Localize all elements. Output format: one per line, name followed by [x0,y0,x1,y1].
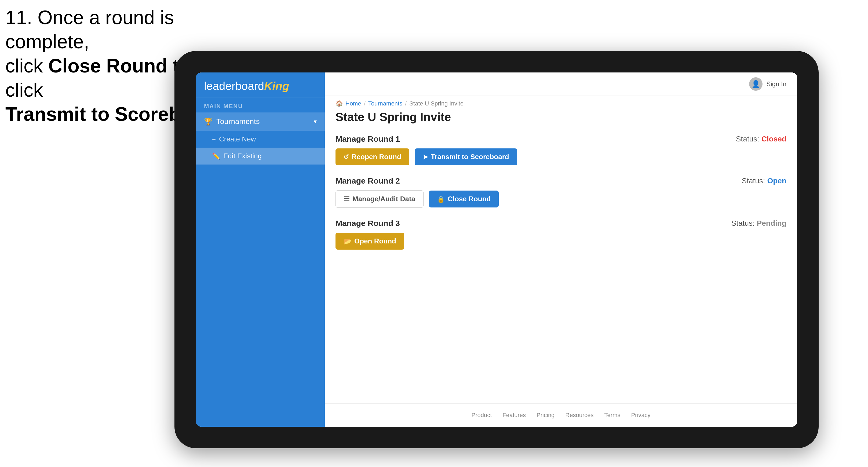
page-title: State U Spring Invite [325,107,797,129]
footer-resources[interactable]: Resources [565,412,593,419]
round3-header: Manage Round 3 Status: Pending [336,219,786,228]
round1-actions: ↺ Reopen Round ➤ Transmit to Scoreboard [336,148,786,165]
transmit-icon: ➤ [423,153,428,161]
breadcrumb-home-icon: 🏠 [336,100,343,107]
round3-section: Manage Round 3 Status: Pending 📂 Open Ro… [325,213,797,255]
footer-terms[interactable]: Terms [604,412,621,419]
main-menu-label: MAIN MENU [196,97,325,113]
logo-king: King [264,80,289,92]
round2-actions: ☰ Manage/Audit Data 🔒 Close Round [336,190,786,208]
footer-pricing[interactable]: Pricing [536,412,555,419]
round3-title: Manage Round 3 [336,219,400,228]
main-content: 👤 Sign In 🏠 Home / Tournaments / State U… [325,72,797,427]
reopen-round-label: Reopen Round [351,153,401,161]
create-new-label: Create New [219,135,256,143]
chevron-down-icon: ▾ [314,118,317,125]
logo: leaderboardKing [204,81,317,92]
avatar: 👤 [749,77,763,91]
sidebar-sub-create-new[interactable]: + Create New [196,131,325,148]
sidebar-item-tournaments[interactable]: 🏆 Tournaments ▾ [196,113,325,131]
round1-status: Status: Closed [736,135,786,143]
round2-header: Manage Round 2 Status: Open [336,176,786,185]
round2-status: Status: Open [742,177,786,185]
edit-existing-label: Edit Existing [223,152,262,160]
lock-icon: 🔒 [437,195,445,203]
round1-header: Manage Round 1 Status: Closed [336,134,786,144]
manage-audit-label: Manage/Audit Data [352,195,415,203]
open-round-label: Open Round [354,237,396,245]
breadcrumb-home[interactable]: Home [345,100,361,107]
round3-status-value: Pending [757,219,786,227]
trophy-icon: 🏆 [204,118,213,126]
reopen-icon: ↺ [344,153,349,161]
footer: Product Features Pricing Resources Terms… [325,403,797,427]
manage-audit-data-button[interactable]: ☰ Manage/Audit Data [336,190,424,208]
footer-features[interactable]: Features [502,412,526,419]
reopen-round-button[interactable]: ↺ Reopen Round [336,148,409,165]
close-round-label: Close Round [448,195,491,203]
sidebar: leaderboardKing MAIN MENU 🏆 Tournaments … [196,72,325,427]
edit-icon: ✏️ [212,152,220,160]
logo-leaderboard: leaderboard [204,80,264,92]
transmit-scoreboard-label: Transmit to Scoreboard [431,153,509,161]
sign-in-area[interactable]: 👤 Sign In [749,77,786,91]
round1-section: Manage Round 1 Status: Closed ↺ Reopen R… [325,129,797,171]
plus-icon: + [212,135,216,143]
breadcrumb-sep2: / [405,100,407,107]
breadcrumb: 🏠 Home / Tournaments / State U Spring In… [325,96,797,107]
round2-status-value: Open [767,177,786,185]
round1-status-value: Closed [762,135,786,143]
close-round-button[interactable]: 🔒 Close Round [429,191,499,208]
tablet-frame: leaderboardKing MAIN MENU 🏆 Tournaments … [175,51,818,448]
folder-icon: 📂 [344,238,351,245]
breadcrumb-tournaments[interactable]: Tournaments [368,100,402,107]
manage-icon: ☰ [344,195,350,203]
round3-status: Status: Pending [732,219,786,227]
footer-product[interactable]: Product [471,412,492,419]
round1-title: Manage Round 1 [336,134,400,144]
instruction-bold1: Close Round [48,55,167,76]
sidebar-sub-edit-existing[interactable]: ✏️ Edit Existing [196,148,325,164]
instruction-line1: 11. Once a round is complete, [5,7,174,52]
sign-in-label[interactable]: Sign In [766,80,786,88]
logo-area: leaderboardKing [196,72,325,97]
breadcrumb-sep1: / [364,100,366,107]
open-round-button[interactable]: 📂 Open Round [336,233,404,250]
top-bar: 👤 Sign In [325,72,797,96]
round3-actions: 📂 Open Round [336,233,786,250]
round2-title: Manage Round 2 [336,176,400,185]
round2-section: Manage Round 2 Status: Open ☰ Manage/Aud… [325,171,797,213]
breadcrumb-current: State U Spring Invite [409,100,464,107]
tablet-screen: leaderboardKing MAIN MENU 🏆 Tournaments … [196,72,797,427]
footer-privacy[interactable]: Privacy [631,412,650,419]
tournaments-label: Tournaments [216,117,314,126]
transmit-scoreboard-button[interactable]: ➤ Transmit to Scoreboard [415,148,517,165]
